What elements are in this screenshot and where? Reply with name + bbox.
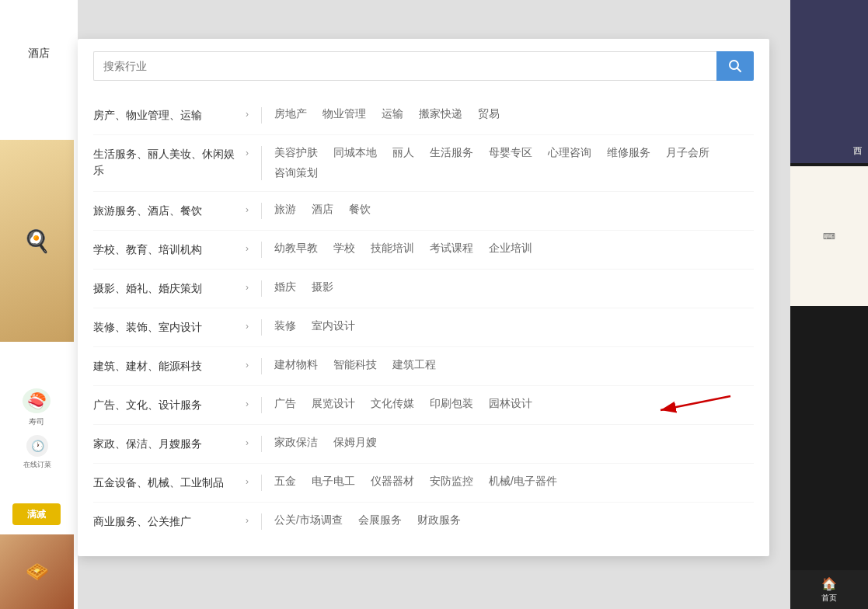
tag-3-0[interactable]: 幼教早教 xyxy=(274,242,318,256)
category-label-5[interactable]: 装修、装饰、室内设计› xyxy=(93,319,249,336)
category-label-3[interactable]: 学校、教育、培训机构› xyxy=(93,242,249,258)
tag-3-4[interactable]: 企业培训 xyxy=(489,242,532,256)
tag-1-2[interactable]: 丽人 xyxy=(392,146,414,160)
tag-9-2[interactable]: 仪器器材 xyxy=(371,475,414,489)
category-name-4: 摄影、婚礼、婚庆策划 xyxy=(93,280,241,297)
category-arrow-10: › xyxy=(246,515,249,526)
category-name-2: 旅游服务、酒店、餐饮 xyxy=(93,203,241,219)
category-divider xyxy=(261,203,262,219)
tag-0-1[interactable]: 物业管理 xyxy=(322,107,366,121)
category-row: 商业服务、公关推广›公关/市场调查会展服务财政服务 xyxy=(93,503,754,541)
tag-6-2[interactable]: 建筑工程 xyxy=(392,358,436,372)
category-row: 装修、装饰、室内设计›装修室内设计 xyxy=(93,308,754,347)
category-arrow-9: › xyxy=(246,476,249,487)
category-label-2[interactable]: 旅游服务、酒店、餐饮› xyxy=(93,203,249,219)
sidebar-sushi-icon[interactable]: 🍣 寿司 xyxy=(17,388,56,427)
category-tags-2: 旅游酒店餐饮 xyxy=(274,203,754,217)
right-top-image: 西 xyxy=(790,0,868,163)
discount-badge: 满减 xyxy=(12,503,61,525)
category-tags-4: 婚庆摄影 xyxy=(274,280,754,294)
tag-1-8[interactable]: 咨询策划 xyxy=(274,166,318,180)
category-divider xyxy=(261,513,262,530)
category-divider xyxy=(261,397,262,413)
tag-2-0[interactable]: 旅游 xyxy=(274,203,296,217)
tag-10-0[interactable]: 公关/市场调查 xyxy=(274,513,343,527)
tag-10-2[interactable]: 财政服务 xyxy=(417,513,461,527)
category-divider xyxy=(261,358,262,374)
tag-7-4[interactable]: 园林设计 xyxy=(489,397,532,411)
tag-7-0[interactable]: 广告 xyxy=(274,397,296,411)
category-tags-0: 房地产物业管理运输搬家快递贸易 xyxy=(274,107,754,121)
category-label-4[interactable]: 摄影、婚礼、婚庆策划› xyxy=(93,280,249,297)
categories-list: 房产、物业管理、运输›房地产物业管理运输搬家快递贸易生活服务、丽人美妆、休闲娱乐… xyxy=(93,96,754,541)
tag-1-6[interactable]: 维修服务 xyxy=(607,146,650,160)
tag-8-0[interactable]: 家政保洁 xyxy=(274,436,318,450)
tag-1-0[interactable]: 美容护肤 xyxy=(274,146,318,160)
tag-1-5[interactable]: 心理咨询 xyxy=(548,146,591,160)
category-name-8: 家政、保洁、月嫂服务 xyxy=(93,436,241,452)
tag-10-1[interactable]: 会展服务 xyxy=(358,513,402,527)
search-input[interactable] xyxy=(93,51,716,81)
right-sidebar: 西 ⌨ 🏠 首页 xyxy=(790,0,868,609)
category-name-0: 房产、物业管理、运输 xyxy=(93,107,241,124)
order-label: 在线订菜 xyxy=(23,460,51,470)
tag-3-1[interactable]: 学校 xyxy=(333,242,355,256)
hotel-label: 酒店 xyxy=(28,47,50,61)
category-label-8[interactable]: 家政、保洁、月嫂服务› xyxy=(93,436,249,452)
tag-2-2[interactable]: 餐饮 xyxy=(349,203,371,217)
category-divider xyxy=(261,242,262,258)
category-label-0[interactable]: 房产、物业管理、运输› xyxy=(93,107,249,124)
category-tags-10: 公关/市场调查会展服务财政服务 xyxy=(274,513,754,527)
tag-1-1[interactable]: 同城本地 xyxy=(333,146,377,160)
category-label-10[interactable]: 商业服务、公关推广› xyxy=(93,513,249,530)
tag-7-1[interactable]: 展览设计 xyxy=(312,397,355,411)
tag-7-2[interactable]: 文化传媒 xyxy=(371,397,414,411)
tag-0-0[interactable]: 房地产 xyxy=(274,107,307,121)
category-arrow-1: › xyxy=(246,148,249,158)
tag-5-1[interactable]: 室内设计 xyxy=(312,319,355,333)
tag-0-3[interactable]: 搬家快递 xyxy=(419,107,462,121)
tag-6-0[interactable]: 建材物料 xyxy=(274,358,318,372)
category-tags-3: 幼教早教学校技能培训考试课程企业培训 xyxy=(274,242,754,256)
category-label-6[interactable]: 建筑、建材、能源科技› xyxy=(93,358,249,374)
tag-3-3[interactable]: 考试课程 xyxy=(430,242,473,256)
tag-0-2[interactable]: 运输 xyxy=(382,107,403,121)
category-arrow-8: › xyxy=(246,437,249,448)
category-label-7[interactable]: 广告、文化、设计服务› xyxy=(93,397,249,413)
tag-8-1[interactable]: 保姆月嫂 xyxy=(333,436,377,450)
tag-3-2[interactable]: 技能培训 xyxy=(371,242,414,256)
food-image-1: 🍳 xyxy=(0,140,74,342)
category-divider xyxy=(261,475,262,491)
tag-9-0[interactable]: 五金 xyxy=(274,475,296,489)
home-bar[interactable]: 🏠 首页 xyxy=(790,570,868,609)
category-row: 生活服务、丽人美妆、休闲娱乐›美容护肤同城本地丽人生活服务母婴专区心理咨询维修服… xyxy=(93,135,754,192)
tag-9-3[interactable]: 安防监控 xyxy=(430,475,473,489)
tag-4-1[interactable]: 摄影 xyxy=(312,280,333,294)
tag-1-3[interactable]: 生活服务 xyxy=(430,146,473,160)
category-divider xyxy=(261,146,262,180)
category-row: 广告、文化、设计服务›广告展览设计文化传媒印刷包装园林设计 xyxy=(93,386,754,425)
home-label: 首页 xyxy=(821,593,837,604)
tag-0-4[interactable]: 贸易 xyxy=(478,107,500,121)
tag-6-1[interactable]: 智能科技 xyxy=(333,358,377,372)
category-dropdown: 房产、物业管理、运输›房地产物业管理运输搬家快递贸易生活服务、丽人美妆、休闲娱乐… xyxy=(78,39,769,556)
tag-1-7[interactable]: 月子会所 xyxy=(666,146,709,160)
search-button[interactable] xyxy=(716,51,754,81)
search-bar xyxy=(93,51,754,81)
sushi-icon: 🍣 xyxy=(23,388,51,413)
category-label-1[interactable]: 生活服务、丽人美妆、休闲娱乐› xyxy=(93,146,249,179)
category-row: 摄影、婚礼、婚庆策划›婚庆摄影 xyxy=(93,270,754,308)
category-name-5: 装修、装饰、室内设计 xyxy=(93,319,241,336)
category-divider xyxy=(261,280,262,297)
category-label-9[interactable]: 五金设备、机械、工业制品› xyxy=(93,475,249,491)
order-online-area[interactable]: 🕐 在线订菜 xyxy=(11,435,64,470)
tag-9-1[interactable]: 电子电工 xyxy=(312,475,355,489)
tag-5-0[interactable]: 装修 xyxy=(274,319,296,333)
tag-7-3[interactable]: 印刷包装 xyxy=(430,397,473,411)
home-icon: 🏠 xyxy=(821,576,837,591)
tag-1-4[interactable]: 母婴专区 xyxy=(489,146,532,160)
category-tags-1: 美容护肤同城本地丽人生活服务母婴专区心理咨询维修服务月子会所咨询策划 xyxy=(274,146,754,180)
tag-9-4[interactable]: 机械/电子器件 xyxy=(489,475,557,489)
tag-2-1[interactable]: 酒店 xyxy=(312,203,333,217)
tag-4-0[interactable]: 婚庆 xyxy=(274,280,296,294)
